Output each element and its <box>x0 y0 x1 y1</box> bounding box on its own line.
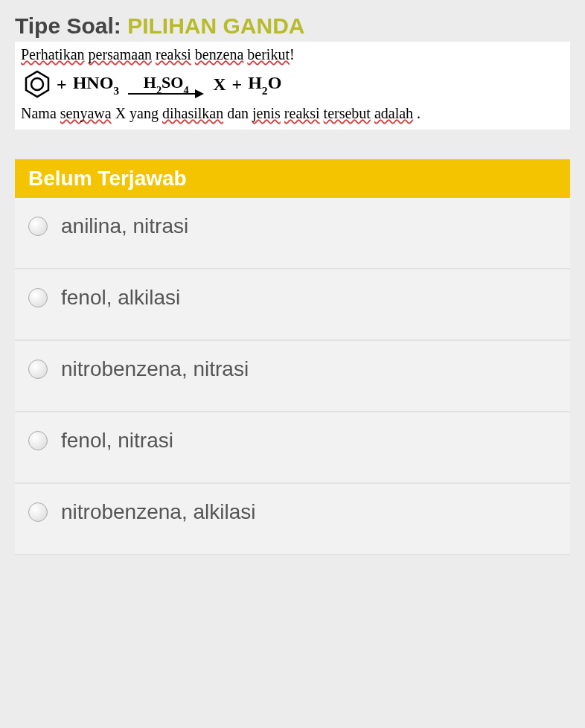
question-line-1: Perhatikan persamaan reaksi benzena beri… <box>21 46 564 63</box>
catalyst-h2so4: H2SO4 <box>144 74 189 94</box>
reaction-equation: + HNO3 H2SO4 X + H2O <box>21 63 564 105</box>
options-list: anilina, nitrasi fenol, alkilasi nitrobe… <box>15 198 570 555</box>
option-label: nitrobenzena, nitrasi <box>61 357 249 381</box>
option-a[interactable]: anilina, nitrasi <box>15 198 570 269</box>
question-content: Perhatikan persamaan reaksi benzena beri… <box>15 42 570 130</box>
option-label: nitrobenzena, alkilasi <box>61 500 256 524</box>
radio-icon[interactable] <box>28 288 48 307</box>
benzene-icon <box>24 69 51 99</box>
radio-icon[interactable] <box>28 502 48 522</box>
product-h2o: H2O <box>248 73 281 96</box>
plus-1: + <box>57 74 67 95</box>
option-c[interactable]: nitrobenzena, nitrasi <box>15 341 570 412</box>
qtype-label: Tipe Soal: <box>15 13 121 38</box>
product-x: X <box>213 74 226 95</box>
reagent-hno3: HNO3 <box>73 73 119 96</box>
answer-status: Belum Terjawab <box>15 159 570 198</box>
option-d[interactable]: fenol, nitrasi <box>15 412 570 484</box>
svg-point-1 <box>31 78 43 90</box>
qtype-value: PILIHAN GANDA <box>127 13 304 38</box>
radio-icon[interactable] <box>28 360 48 379</box>
option-b[interactable]: fenol, alkilasi <box>15 269 570 341</box>
radio-icon[interactable] <box>28 217 48 236</box>
svg-marker-0 <box>26 71 48 97</box>
question-type-header: Tipe Soal: PILIHAN GANDA <box>0 0 585 42</box>
reaction-arrow: H2SO4 <box>125 70 207 98</box>
plus-2: + <box>232 74 243 95</box>
option-e[interactable]: nitrobenzena, alkilasi <box>15 484 570 555</box>
question-line-2: Nama senyawa X yang dihasilkan dan jenis… <box>21 105 564 122</box>
option-label: fenol, alkilasi <box>61 286 180 310</box>
option-label: fenol, nitrasi <box>61 429 173 453</box>
radio-icon[interactable] <box>28 431 48 450</box>
option-label: anilina, nitrasi <box>61 214 188 238</box>
